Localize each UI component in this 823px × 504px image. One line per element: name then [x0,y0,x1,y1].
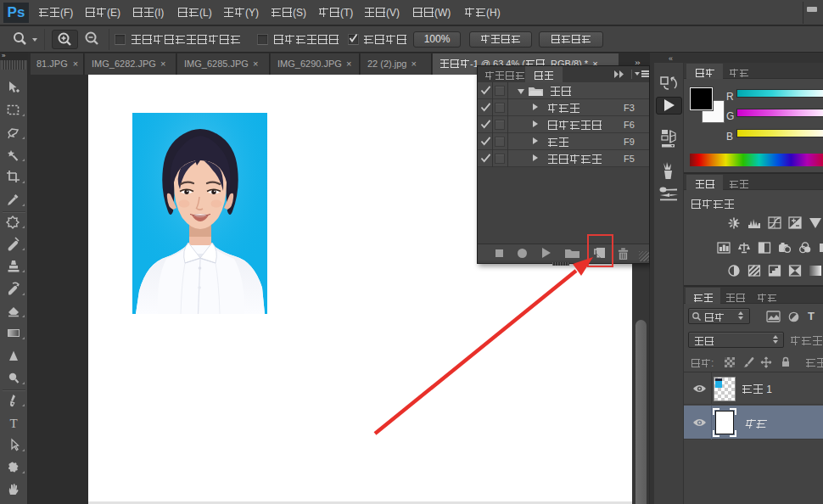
svg-text:T: T [9,417,17,430]
